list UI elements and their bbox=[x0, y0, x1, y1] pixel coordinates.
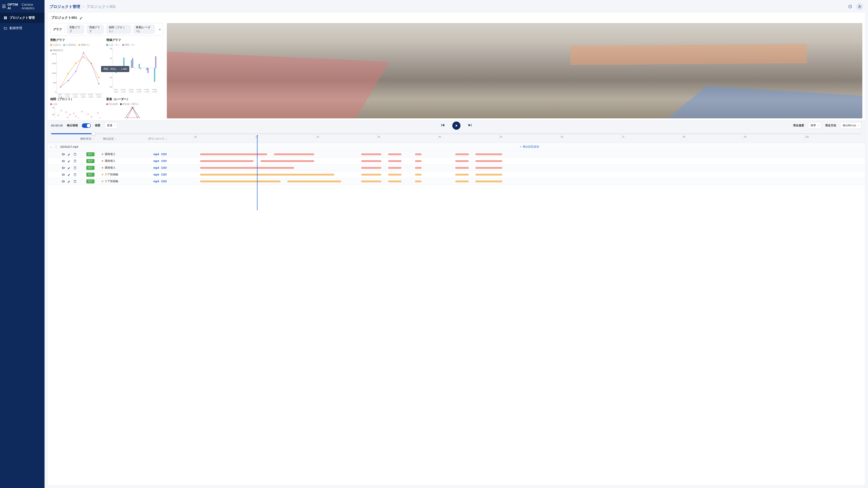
segment[interactable] bbox=[475, 167, 502, 169]
breadcrumb-root[interactable]: プロジェクト管理 bbox=[50, 4, 80, 9]
delete-icon[interactable] bbox=[73, 153, 77, 156]
th-detect[interactable]: 検出設定◇ bbox=[102, 135, 138, 142]
download-mp4[interactable]: mp4 bbox=[153, 160, 159, 163]
segment[interactable] bbox=[361, 174, 381, 175]
svg-point-17 bbox=[90, 63, 92, 64]
segment[interactable] bbox=[415, 181, 422, 182]
skip-next-icon[interactable] bbox=[468, 123, 473, 128]
segment[interactable] bbox=[415, 160, 422, 162]
segment[interactable] bbox=[388, 174, 401, 175]
segment[interactable] bbox=[388, 160, 401, 162]
sidebar-item-project[interactable]: プロジェクト管理 bbox=[0, 13, 44, 23]
more-icon[interactable]: ⋮ bbox=[54, 144, 58, 149]
segment[interactable] bbox=[415, 153, 422, 155]
segment[interactable] bbox=[200, 174, 334, 175]
detection-region-orange[interactable] bbox=[570, 44, 807, 65]
status-badge: 完了 bbox=[86, 166, 94, 170]
mode-select[interactable]: 検出時のみ bbox=[840, 122, 862, 129]
eye-icon[interactable] bbox=[61, 173, 65, 176]
menu-icon[interactable] bbox=[2, 5, 6, 8]
segment[interactable] bbox=[475, 160, 502, 162]
download-csv[interactable]: CSV bbox=[161, 166, 167, 169]
download-csv[interactable]: CSV bbox=[161, 173, 167, 176]
segment[interactable] bbox=[388, 153, 401, 155]
download-mp4[interactable]: mp4 bbox=[153, 153, 159, 156]
file-row: ⌄ ⋮ 20241017.mp4 ＋ 検出設定追加 bbox=[48, 143, 865, 151]
detection-region-red[interactable] bbox=[167, 52, 390, 119]
main: プロジェクト管理 › プロジェクト001 ? プロジェクト001 グラフ 実数グ… bbox=[44, 0, 868, 488]
expand-icon[interactable]: ⌄ bbox=[50, 145, 52, 149]
user-avatar-icon[interactable] bbox=[856, 3, 863, 10]
breadcrumb-leaf: プロジェクト001 bbox=[86, 4, 116, 9]
delete-icon[interactable] bbox=[73, 159, 77, 163]
download-csv[interactable]: CSV bbox=[161, 153, 167, 156]
segment[interactable] bbox=[455, 153, 469, 155]
scrub-bar[interactable] bbox=[48, 131, 865, 135]
edit-icon[interactable] bbox=[67, 173, 71, 176]
card-header: プロジェクト001 bbox=[48, 12, 865, 23]
segment[interactable] bbox=[260, 160, 314, 162]
svg-rect-0 bbox=[4, 17, 5, 18]
svg-point-18 bbox=[98, 83, 99, 85]
svg-point-12 bbox=[98, 77, 99, 78]
chip-corr[interactable]: 相関（プロット） bbox=[106, 25, 131, 34]
chip-delta[interactable]: 増減グラフ bbox=[86, 25, 104, 34]
segment[interactable] bbox=[415, 167, 422, 169]
eye-icon[interactable] bbox=[61, 180, 65, 183]
segment[interactable] bbox=[274, 153, 314, 155]
th-status[interactable]: 解析状況◇ bbox=[79, 135, 102, 142]
quality-select[interactable]: 普通 bbox=[104, 122, 118, 129]
chip-radar[interactable]: 要素(レーダー) bbox=[133, 25, 155, 34]
download-csv[interactable]: CSV bbox=[161, 180, 167, 183]
edit-icon[interactable] bbox=[67, 180, 71, 183]
segment[interactable] bbox=[388, 181, 401, 182]
segment[interactable] bbox=[475, 181, 502, 182]
segment[interactable] bbox=[455, 181, 469, 182]
segment[interactable] bbox=[361, 181, 381, 182]
edit-icon[interactable] bbox=[79, 15, 83, 20]
segment[interactable] bbox=[361, 167, 381, 169]
eye-icon[interactable] bbox=[61, 153, 65, 156]
skip-prev-icon[interactable] bbox=[440, 123, 445, 128]
eye-icon[interactable] bbox=[61, 159, 65, 163]
segment[interactable] bbox=[455, 160, 469, 162]
speed-select[interactable]: 標準 bbox=[808, 122, 821, 129]
delete-icon[interactable] bbox=[73, 173, 77, 176]
sidebar-item-video[interactable]: 動画管理 bbox=[0, 23, 44, 33]
segment[interactable] bbox=[200, 167, 294, 169]
svg-text:?: ? bbox=[850, 5, 851, 8]
help-icon[interactable]: ? bbox=[847, 3, 854, 10]
edit-icon[interactable] bbox=[67, 166, 71, 170]
delete-icon[interactable] bbox=[73, 166, 77, 170]
edit-icon[interactable] bbox=[67, 159, 71, 163]
segment[interactable] bbox=[200, 181, 281, 182]
segment[interactable] bbox=[455, 167, 469, 169]
download-csv[interactable]: CSV bbox=[161, 160, 167, 163]
segment[interactable] bbox=[388, 167, 401, 169]
download-mp4[interactable]: mp4 bbox=[153, 173, 159, 176]
download-mp4[interactable]: mp4 bbox=[153, 166, 159, 169]
th-download[interactable]: ダウンロード◇ bbox=[138, 135, 169, 142]
video-preview[interactable] bbox=[167, 23, 862, 119]
segment[interactable] bbox=[287, 181, 341, 182]
segment[interactable] bbox=[415, 174, 422, 175]
region-toggle[interactable] bbox=[82, 123, 91, 128]
segment[interactable] bbox=[475, 174, 502, 175]
delete-icon[interactable] bbox=[73, 180, 77, 183]
edit-icon[interactable] bbox=[67, 153, 71, 156]
playhead[interactable] bbox=[257, 135, 257, 210]
timeline-ruler: 0s1s2s3s4s5s6s7s8s9s10s bbox=[193, 135, 865, 142]
segment[interactable] bbox=[455, 174, 469, 175]
play-button[interactable] bbox=[452, 122, 460, 130]
add-detection-button[interactable]: ＋ 検出設定追加 bbox=[519, 145, 539, 149]
eye-icon[interactable] bbox=[61, 166, 65, 170]
download-mp4[interactable]: mp4 bbox=[153, 180, 159, 183]
segment[interactable] bbox=[361, 160, 381, 162]
chip-real[interactable]: 実数グラフ bbox=[67, 25, 85, 34]
segment[interactable] bbox=[475, 153, 502, 155]
segment[interactable] bbox=[361, 153, 381, 155]
segment-track bbox=[193, 171, 865, 178]
chipbar-dropdown-icon[interactable]: ▾ bbox=[157, 28, 163, 31]
chart-title: 実数グラフ bbox=[50, 38, 103, 42]
segment[interactable] bbox=[200, 160, 254, 162]
